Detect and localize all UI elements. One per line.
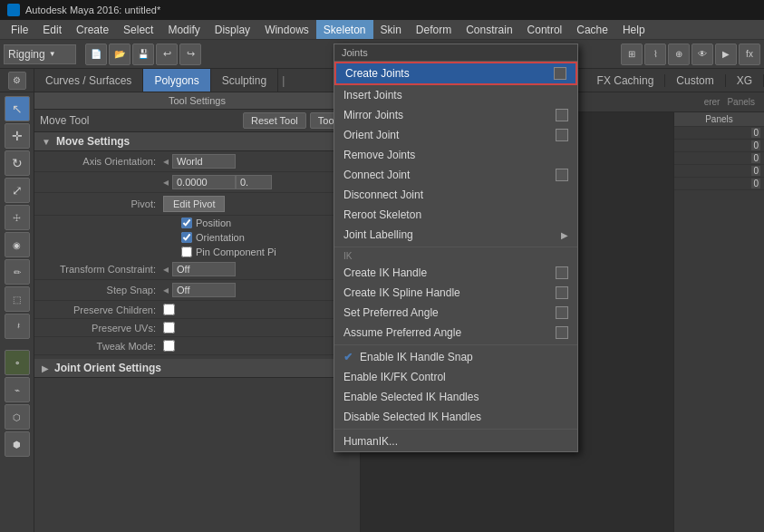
edit-pivot-btn[interactable]: Edit Pivot	[163, 196, 225, 212]
menu-enable-ik-snap[interactable]: ✔ Enable IK Handle Snap	[334, 347, 577, 367]
tab-polygons[interactable]: Polygons	[143, 69, 210, 92]
pin-component-checkbox-row: Pin Component Pi	[170, 245, 360, 259]
menu-mirror-joints[interactable]: Mirror Joints	[334, 105, 577, 125]
menu-skin[interactable]: Skin	[373, 20, 409, 39]
menu-modify[interactable]: Modify	[160, 20, 207, 39]
orientation-checkbox[interactable]	[181, 232, 192, 243]
step-snap-dropdown[interactable]: Off	[172, 283, 236, 297]
create-ik-handle-checkbox[interactable]	[556, 266, 568, 279]
menu-cache[interactable]: Cache	[569, 20, 615, 39]
menu-create[interactable]: Create	[69, 20, 116, 39]
undo-btn[interactable]: ↩	[156, 44, 178, 65]
menu-edit[interactable]: Edit	[35, 20, 69, 39]
paint-btn[interactable]: ✏	[5, 259, 30, 285]
menu-skeleton[interactable]: Skeleton	[316, 20, 373, 39]
transform-constraint-dropdown[interactable]: Off	[172, 262, 236, 276]
menu-constrain[interactable]: Constrain	[459, 20, 519, 39]
tool-name-label: Move Tool	[40, 114, 89, 127]
pin-component-checkbox[interactable]	[181, 247, 192, 257]
menu-file[interactable]: File	[4, 20, 35, 39]
joint-tool-btn[interactable]: ⚬	[5, 350, 30, 375]
snap-grid-btn[interactable]: ⊞	[621, 44, 643, 65]
menu-create-ik-handle[interactable]: Create IK Handle	[334, 263, 577, 283]
save-btn[interactable]: 💾	[132, 44, 154, 65]
snap-curve-btn[interactable]: ⌇	[644, 44, 666, 65]
numeric-input-1[interactable]	[172, 175, 236, 189]
preserve-children-checkbox[interactable]	[163, 304, 175, 315]
tab-fx-caching[interactable]: FX Caching	[586, 74, 666, 87]
preserve-uvs-checkbox[interactable]	[163, 322, 175, 334]
axis-orientation-row: Axis Orientation: ◂ World	[34, 151, 360, 172]
new-file-btn[interactable]: 📄	[85, 44, 107, 65]
create-joints-checkbox[interactable]	[554, 67, 566, 80]
app-icon	[7, 4, 20, 16]
tab-curves-surfaces[interactable]: Curves / Surfaces	[34, 69, 143, 92]
menu-human-ik[interactable]: HumanIK...	[334, 431, 577, 451]
menu-disconnect-joint[interactable]: Disconnect Joint	[334, 185, 577, 205]
set-preferred-checkbox[interactable]	[556, 306, 568, 319]
tab-settings-btn[interactable]: ⚙	[8, 72, 26, 90]
numeric-row: ◂	[34, 172, 360, 193]
select-tool-btn[interactable]: ↖	[5, 96, 30, 121]
channel-row-5: 0	[674, 178, 764, 190]
numeric-input-2[interactable]	[236, 175, 272, 189]
create-ik-spline-checkbox[interactable]	[556, 286, 568, 299]
channel-row-1: 0	[674, 127, 764, 140]
paint-weights-btn[interactable]: ⬢	[5, 431, 30, 457]
scale-tool-btn[interactable]: ⤢	[5, 178, 30, 203]
menu-set-preferred-angle[interactable]: Set Preferred Angle	[334, 303, 577, 323]
axis-orientation-dropdown[interactable]: World	[172, 154, 236, 169]
tab-xg[interactable]: XG	[726, 74, 764, 87]
rotate-tool-btn[interactable]: ↻	[5, 150, 30, 176]
soft-select-btn[interactable]: ◉	[5, 232, 30, 257]
menu-insert-joints[interactable]: Insert Joints	[334, 85, 577, 105]
region-select-btn[interactable]: ⬚	[5, 286, 30, 312]
orient-joint-checkbox[interactable]	[556, 129, 568, 141]
menu-create-ik-spline-handle[interactable]: Create IK Spline Handle	[334, 283, 577, 303]
move-tool-btn[interactable]: ✛	[5, 123, 30, 149]
connect-joint-checkbox[interactable]	[556, 169, 568, 181]
ik-handle-btn[interactable]: ⌁	[5, 377, 30, 402]
tab-custom[interactable]: Custom	[665, 74, 725, 87]
tweak-mode-checkbox[interactable]	[163, 340, 175, 352]
divider-3	[334, 429, 577, 430]
universal-tool-btn[interactable]: ☩	[5, 205, 30, 230]
rigging-dropdown[interactable]: Rigging ▼	[4, 44, 76, 64]
menu-select[interactable]: Select	[116, 20, 160, 39]
tab-sculpting[interactable]: Sculpting	[211, 69, 278, 92]
pin-component-label: Pin Component Pi	[196, 247, 276, 257]
menu-control[interactable]: Control	[520, 20, 570, 39]
menu-display[interactable]: Display	[208, 20, 257, 39]
divider-1	[334, 247, 577, 247]
open-file-btn[interactable]: 📂	[109, 44, 131, 65]
menu-create-joints[interactable]: Create Joints	[334, 62, 577, 85]
menu-enable-selected-ik[interactable]: Enable Selected IK Handles	[334, 387, 577, 407]
position-checkbox[interactable]	[181, 218, 192, 228]
assume-preferred-checkbox[interactable]	[556, 326, 568, 339]
joint-orient-settings-section[interactable]: ▶ Joint Orient Settings	[34, 359, 360, 378]
lasso-btn[interactable]: 𝄽	[5, 314, 30, 339]
menu-enable-ik-fk[interactable]: Enable IK/FK Control	[334, 367, 577, 387]
menu-joint-labelling[interactable]: Joint Labelling ▶	[334, 225, 577, 245]
menu-connect-joint[interactable]: Connect Joint	[334, 165, 577, 185]
menu-deform[interactable]: Deform	[409, 20, 459, 39]
fx-btn[interactable]: fx	[739, 44, 760, 65]
bind-skin-btn[interactable]: ⬡	[5, 404, 30, 430]
menu-windows[interactable]: Windows	[257, 20, 316, 39]
menu-disable-selected-ik[interactable]: Disable Selected IK Handles	[334, 407, 577, 427]
snap-view-btn[interactable]: 👁	[691, 44, 713, 65]
render-btn[interactable]: ▶	[715, 44, 737, 65]
joint-section-triangle-icon: ▶	[42, 363, 49, 373]
move-settings-section[interactable]: ▼ Move Settings	[34, 132, 360, 151]
menu-assume-preferred-angle[interactable]: Assume Preferred Angle	[334, 323, 577, 343]
reset-tool-btn[interactable]: Reset Tool	[243, 112, 306, 129]
menu-bar: File Edit Create Select Modify Display W…	[0, 20, 764, 40]
menu-help[interactable]: Help	[615, 20, 653, 39]
redo-btn[interactable]: ↪	[179, 44, 201, 65]
preserve-children-label: Preserve Children:	[45, 305, 163, 315]
menu-remove-joints[interactable]: Remove Joints	[334, 145, 577, 165]
snap-point-btn[interactable]: ⊕	[668, 44, 690, 65]
mirror-joints-checkbox[interactable]	[556, 109, 568, 121]
menu-orient-joint[interactable]: Orient Joint	[334, 125, 577, 145]
menu-reroot-skeleton[interactable]: Reroot Skeleton	[334, 205, 577, 225]
